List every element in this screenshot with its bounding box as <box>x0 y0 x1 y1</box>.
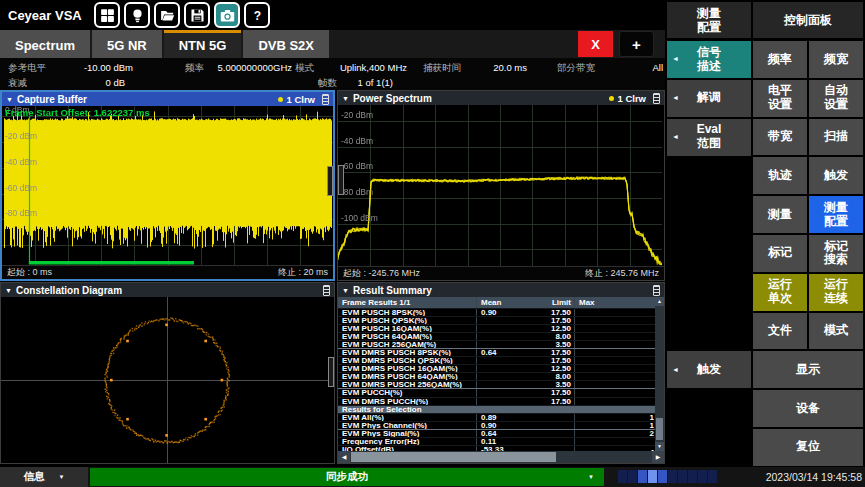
scroll-track[interactable] <box>655 306 664 442</box>
capture-time-label: 捕获时间 <box>423 61 461 74</box>
frequency-value[interactable]: 5.000000000GHz <box>218 61 292 74</box>
panel-title: Power Spectrum <box>353 93 606 104</box>
sidebar-btn-run-continuous[interactable]: 运行 连续 <box>809 274 863 311</box>
collapse-icon[interactable]: ▼ <box>342 287 349 294</box>
constellation-header[interactable]: ▼ Constellation Diagram <box>1 283 334 297</box>
collapse-icon[interactable]: ▼ <box>6 96 13 103</box>
tab-5g-nr[interactable]: 5G NR <box>92 30 162 58</box>
progress-segment <box>678 470 687 483</box>
result-table-header: Frame Results 1/1 Mean Limit Max <box>338 297 664 308</box>
sidebar: 测量 配置 ◄信号 描述◄解调◄Eval 范围◄触发 控制面板 频率频宽电平 设… <box>665 0 865 467</box>
bulb-icon[interactable] <box>124 2 150 28</box>
open-folder-icon[interactable] <box>154 2 180 28</box>
sidebar-item-demodulation[interactable]: ◄解调 <box>667 80 751 117</box>
power-spectrum-header[interactable]: ▼ Power Spectrum 1 Clrw <box>338 91 664 105</box>
measure-config-header: 测量 配置 <box>667 2 751 38</box>
panel-capture-buffer: ▼ Capture Buffer 1 Clrw 0 dBm-20 dBm-40 … <box>0 90 335 281</box>
clock: 2023/03/14 19:45:58 <box>766 471 862 483</box>
save-icon[interactable] <box>184 2 210 28</box>
sync-status-bar[interactable]: 同步成功 ▼ <box>90 468 604 486</box>
panel-options-icon[interactable] <box>653 285 660 296</box>
add-tab-button[interactable]: + <box>619 31 654 57</box>
constellation-plot-area[interactable] <box>1 297 334 463</box>
capture-plot-area[interactable]: 0 dBm-20 dBm-40 dBm-60 dBm-80 dBm Frame … <box>2 106 333 265</box>
panel-options-icon[interactable] <box>323 285 330 296</box>
spectrum-plot-area[interactable]: -20 dBm-40 dBm-60 dBm-80 dBm-100 dBm <box>338 105 664 266</box>
scroll-right-arrow[interactable]: ▶ <box>652 451 664 463</box>
control-panel-header: 控制面板 <box>753 2 863 38</box>
frame-count-label: 帧数 <box>318 76 337 89</box>
table-row: EVM PUCCH(%)17.50 <box>338 388 664 396</box>
progress-segment <box>638 470 647 483</box>
sidebar-item-eval-range[interactable]: ◄Eval 范围 <box>667 119 751 156</box>
sidebar-btn-trace[interactable]: 轨迹 <box>753 157 807 194</box>
vertical-scrollbar[interactable]: ▲ ▼ <box>655 297 664 451</box>
sidebar-btn-trigger[interactable]: 触发 <box>809 157 863 194</box>
capture-buffer-header[interactable]: ▼ Capture Buffer 1 Clrw <box>2 92 333 106</box>
table-row: EVM Phys Signal(%)0.642 <box>338 429 664 437</box>
scroll-grip[interactable] <box>328 357 334 387</box>
sidebar-btn-run-single[interactable]: 运行 单次 <box>753 274 807 311</box>
scroll-up-arrow[interactable]: ▲ <box>655 297 664 306</box>
x-start-label: 起始 : -245.76 MHz <box>343 267 420 280</box>
attenuation-label: 衰减 <box>8 76 27 89</box>
sidebar-btn-marker[interactable]: 标记 <box>753 235 807 272</box>
attenuation-value[interactable]: 0 dB <box>105 76 125 89</box>
sync-message: 同步成功 <box>326 470 368 484</box>
sidebar-item-trigger-menu[interactable]: ◄触发 <box>667 351 751 388</box>
result-summary-header[interactable]: ▼ Result Summary <box>338 283 664 297</box>
panel-options-icon[interactable] <box>653 93 660 104</box>
tab-dvb-s2x[interactable]: DVB S2X <box>243 30 329 58</box>
sidebar-btn-mode[interactable]: 模式 <box>809 313 863 350</box>
camera-icon[interactable] <box>214 2 240 28</box>
sidebar-item-signal-description[interactable]: ◄信号 描述 <box>667 41 751 78</box>
collapse-icon[interactable]: ▼ <box>342 95 349 102</box>
frequency-label: 频率 <box>185 61 204 74</box>
panel-options-icon[interactable] <box>322 94 329 105</box>
trace-color-dot <box>278 97 283 102</box>
scroll-thumb[interactable] <box>656 418 663 440</box>
sidebar-btn-level-settings[interactable]: 电平 设置 <box>753 80 807 117</box>
sidebar-btn-file[interactable]: 文件 <box>753 313 807 350</box>
scroll-track[interactable] <box>350 451 652 463</box>
partial-bw-value[interactable]: All <box>652 61 663 74</box>
sidebar-btn-span[interactable]: 频宽 <box>809 41 863 78</box>
sidebar-control-column: 控制面板 频率频宽电平 设置自动 设置带宽扫描轨迹触发测量测量 配置标记标记 搜… <box>753 0 865 467</box>
scroll-grip[interactable] <box>327 166 333 196</box>
capture-time-value[interactable]: 20.0 ms <box>493 61 527 74</box>
help-icon[interactable]: ? <box>244 2 270 28</box>
panel-title: Capture Buffer <box>17 94 275 105</box>
tab-spectrum[interactable]: Spectrum <box>0 30 90 58</box>
table-row: Frequency Error(Hz)0.11 <box>338 437 664 445</box>
table-row: EVM PUSCH 64QAM(%)8.00 <box>338 332 664 340</box>
sidebar-btn-device[interactable]: 设备 <box>753 390 863 427</box>
mode-label: 模式 <box>295 61 314 74</box>
ref-level-value[interactable]: -10.00 dBm <box>84 61 133 74</box>
sidebar-btn-sweep[interactable]: 扫描 <box>809 119 863 156</box>
sidebar-btn-auto-settings[interactable]: 自动 设置 <box>809 80 863 117</box>
scroll-thumb[interactable] <box>351 452 556 462</box>
sidebar-btn-reset[interactable]: 复位 <box>753 429 863 466</box>
horizontal-scrollbar[interactable]: ◀ ▶ <box>338 451 664 463</box>
chevron-down-icon: ▼ <box>588 474 594 480</box>
info-button[interactable]: 信息 ▼ <box>0 467 88 487</box>
tab-ntn-5g[interactable]: NTN 5G <box>164 30 242 58</box>
scroll-left-arrow[interactable]: ◀ <box>338 451 350 463</box>
table-row: EVM PUSCH 8PSK(%)0.9017.50 <box>338 308 664 316</box>
sidebar-btn-measure-config[interactable]: 测量 配置 <box>809 196 863 233</box>
mode-value[interactable]: Uplink,400 MHz <box>340 61 407 74</box>
window-layout-icon[interactable] <box>94 2 120 28</box>
collapse-icon[interactable]: ▼ <box>5 287 12 294</box>
close-tab-button[interactable]: X <box>578 31 613 57</box>
frame-count-value[interactable]: 1 of 1(1) <box>358 76 393 89</box>
frame-start-offset-annotation: Frame Start Offset: 1.622237 ms <box>5 107 150 118</box>
sidebar-btn-frequency[interactable]: 频率 <box>753 41 807 78</box>
table-row: EVM DMRS PUSCH 16QAM(%)12.50 <box>338 364 664 372</box>
table-row: EVM PUSCH 16QAM(%)12.50 <box>338 324 664 332</box>
scroll-down-arrow[interactable]: ▼ <box>655 442 664 451</box>
scroll-grip[interactable] <box>338 165 344 195</box>
sidebar-btn-measure[interactable]: 测量 <box>753 196 807 233</box>
sidebar-btn-marker-search[interactable]: 标记 搜索 <box>809 235 863 272</box>
sidebar-btn-bandwidth[interactable]: 带宽 <box>753 119 807 156</box>
sidebar-btn-display[interactable]: 显示 <box>753 351 863 388</box>
